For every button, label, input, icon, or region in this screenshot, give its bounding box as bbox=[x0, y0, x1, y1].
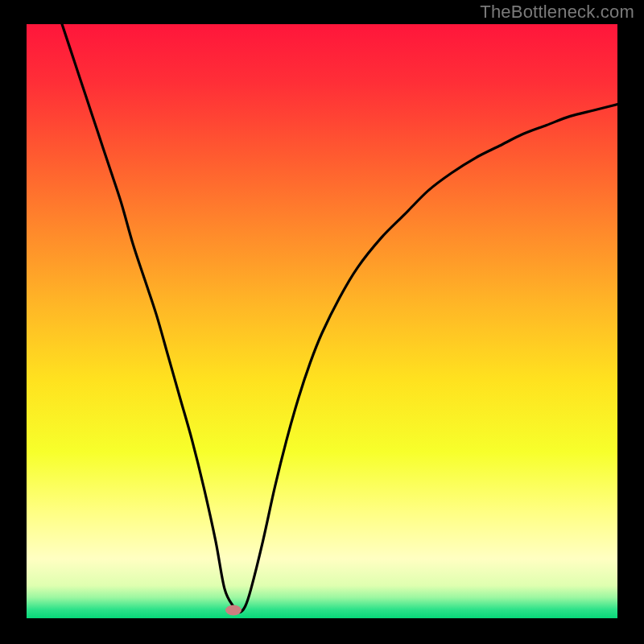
optimal-marker bbox=[225, 605, 242, 616]
curve-layer bbox=[27, 24, 617, 618]
bottleneck-curve bbox=[62, 24, 617, 613]
chart-frame: TheBottleneck.com bbox=[0, 0, 644, 644]
watermark-text: TheBottleneck.com bbox=[480, 2, 634, 23]
plot-area bbox=[27, 24, 617, 618]
